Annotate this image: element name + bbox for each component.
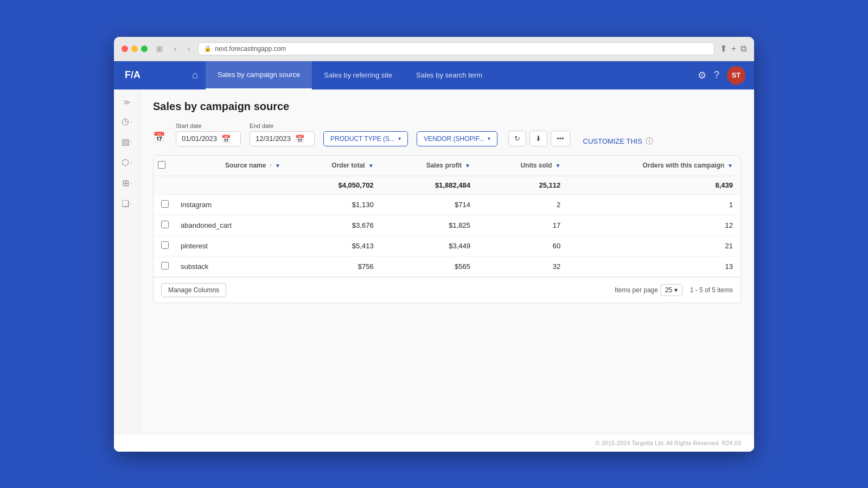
vendor-chevron-icon: ▾: [488, 136, 490, 142]
col-source-name: Source name ↑ ▼: [173, 156, 288, 176]
cell-source-3: substack: [173, 256, 288, 277]
data-table: Source name ↑ ▼ Order total ▼: [153, 155, 741, 303]
end-date-value: 12/31/2023: [256, 134, 291, 143]
col-sales-profit: Sales profit ▼: [381, 156, 478, 176]
sidebar-icon-1: ◷: [122, 116, 129, 126]
chevron-right-icon-4: ›: [130, 181, 132, 186]
tab-sales-search[interactable]: Sales by search term: [404, 61, 494, 89]
start-date-label: Start date: [176, 123, 241, 129]
page-title: Sales by campaign source: [153, 100, 741, 113]
cell-order-total-2: $5,413: [288, 235, 381, 256]
filter-order-icon[interactable]: ▼: [368, 163, 374, 169]
sidebar-item-1[interactable]: ◷ ›: [116, 112, 138, 131]
share-button[interactable]: ⬆: [720, 43, 727, 54]
pagination-info: Items per page 25 ▾ 1 - 5 of 5 items: [615, 284, 733, 296]
end-date-input[interactable]: 12/31/2023 📅: [250, 131, 315, 146]
new-tab-button[interactable]: +: [731, 43, 736, 54]
sort-asc-icon[interactable]: ↑: [269, 163, 272, 168]
cell-units-sold-3: 32: [478, 256, 568, 277]
summary-sales-profit: $1,882,484: [381, 176, 478, 194]
col-orders-campaign: Orders with this campaign ▼: [568, 156, 741, 176]
home-button[interactable]: ⌂: [184, 62, 206, 88]
per-page-selector[interactable]: 25 ▾: [660, 284, 682, 296]
items-per-page-label: Items per page: [615, 286, 658, 294]
forward-button[interactable]: ›: [185, 43, 193, 54]
col-units-sold: Units sold ▼: [478, 156, 568, 176]
calendar-start-icon: 📅: [221, 134, 231, 143]
cell-source-0: instagram: [173, 194, 288, 215]
customize-this-link[interactable]: CUSTOMIZE THIS ⓘ: [583, 137, 653, 146]
cell-source-1: abandoned_cart: [173, 215, 288, 235]
vendor-filter-button[interactable]: VENDOR (SHOPIF... ▾: [417, 131, 497, 146]
ellipsis-icon: •••: [557, 134, 564, 143]
app-logo: F/A: [114, 69, 184, 81]
sidebar-icon-2: ▤: [122, 137, 130, 147]
table-row: substack $756 $565 32 13: [154, 256, 741, 277]
cell-sales-profit-1: $1,825: [381, 215, 478, 235]
customize-help-icon: ⓘ: [646, 137, 653, 146]
col-order-total: Order total ▼: [288, 156, 381, 176]
pagination-range: 1 - 5 of 5 items: [690, 286, 733, 294]
col-orders-campaign-label: Orders with this campaign: [642, 162, 724, 169]
filter-source-icon[interactable]: ▼: [275, 163, 280, 169]
cell-orders-2: 21: [568, 235, 741, 256]
download-button[interactable]: ⬇: [529, 131, 547, 146]
sidebar-item-2[interactable]: ▤ ›: [116, 132, 138, 152]
sidebar-item-5[interactable]: ❏ ›: [116, 194, 138, 214]
row-checkbox-2[interactable]: [161, 241, 169, 249]
start-date-input[interactable]: 01/01/2023 📅: [176, 131, 241, 146]
product-type-filter-button[interactable]: PRODUCT TYPE (S... ▾: [323, 131, 408, 146]
sidebar-icon-5: ❏: [122, 198, 129, 209]
calendar-icon: 📅: [153, 131, 165, 143]
product-type-chevron-icon: ▾: [398, 136, 401, 142]
cell-order-total-1: $3,676: [288, 215, 381, 235]
row-checkbox-1[interactable]: [161, 221, 169, 228]
calendar-end-icon: 📅: [295, 134, 304, 143]
back-button[interactable]: ‹: [171, 43, 180, 54]
app-footer: © 2015-2024 Targetta Ltd. All Rights Res…: [114, 434, 754, 452]
close-button[interactable]: [122, 46, 128, 52]
refresh-button[interactable]: ↻: [508, 131, 526, 146]
download-icon: ⬇: [535, 134, 541, 143]
sidebar-item-3[interactable]: ⬡ ›: [116, 153, 138, 172]
maximize-button[interactable]: [141, 46, 148, 52]
cell-units-sold-0: 2: [478, 194, 568, 215]
cell-units-sold-2: 60: [478, 235, 568, 256]
more-options-button[interactable]: •••: [551, 131, 570, 146]
cell-orders-3: 13: [568, 256, 741, 277]
chevron-right-icon: ›: [130, 119, 132, 124]
avatar[interactable]: ST: [727, 66, 745, 85]
filter-units-icon[interactable]: ▼: [555, 163, 560, 169]
filter-profit-icon[interactable]: ▼: [465, 163, 470, 169]
sidebar-collapse-button[interactable]: ≫: [120, 95, 134, 110]
table-row: instagram $1,130 $714 2 1: [154, 194, 741, 215]
row-checkbox-0[interactable]: [161, 200, 169, 208]
lock-icon: 🔒: [204, 45, 212, 52]
summary-orders: 8,439: [568, 176, 741, 194]
tab-sales-campaign[interactable]: Sales by campaign source: [206, 61, 312, 89]
row-checkbox-3[interactable]: [161, 262, 169, 269]
summary-order-total: $4,050,702: [288, 176, 381, 194]
chevron-right-icon-5: ›: [130, 201, 132, 207]
copyright-text: © 2015-2024 Targetta Ltd. All Rights Res…: [596, 440, 741, 446]
cell-orders-0: 1: [568, 194, 741, 215]
help-icon[interactable]: ?: [714, 69, 719, 81]
per-page-value: 25: [665, 286, 672, 294]
settings-icon[interactable]: ⚙: [698, 69, 706, 81]
manage-columns-button[interactable]: Manage Columns: [161, 283, 226, 297]
tab-sales-referring[interactable]: Sales by referring site: [312, 61, 404, 89]
end-date-label: End date: [250, 123, 315, 129]
minimize-button[interactable]: [131, 46, 138, 52]
sidebar-item-4[interactable]: ⊞ ›: [116, 174, 138, 193]
col-source-name-label: Source name: [225, 162, 266, 169]
product-type-filter-label: PRODUCT TYPE (S...: [330, 135, 395, 143]
address-bar[interactable]: 🔒 next.forecastingapp.com: [198, 42, 714, 55]
cell-order-total-0: $1,130: [288, 194, 381, 215]
filter-orders-icon[interactable]: ▼: [727, 163, 733, 169]
sidebar-toggle-button[interactable]: ⊞: [153, 43, 166, 54]
cell-source-2: pinterest: [173, 235, 288, 256]
select-all-checkbox[interactable]: [158, 161, 165, 169]
chevron-right-icon-2: ›: [131, 139, 132, 145]
tabs-button[interactable]: ⧉: [741, 43, 746, 54]
table-footer: Manage Columns Items per page 25 ▾ 1 - 5…: [154, 277, 741, 303]
